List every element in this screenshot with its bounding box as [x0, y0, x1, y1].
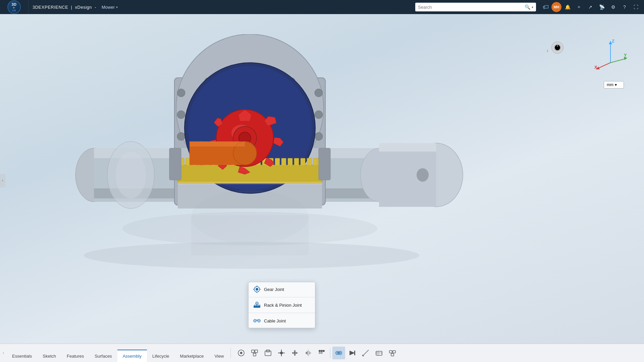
unit-dropdown-arrow: ▾	[615, 82, 617, 87]
search-button[interactable]: 🔍	[525, 4, 530, 10]
svg-point-18	[315, 89, 323, 97]
svg-rect-58	[190, 141, 245, 146]
svg-point-11	[116, 152, 146, 198]
add-icon[interactable]: ＋	[574, 2, 584, 12]
svg-rect-132	[391, 354, 394, 356]
svg-rect-59	[169, 148, 181, 180]
svg-point-96	[240, 352, 242, 354]
project-name: Mower	[102, 5, 115, 10]
svg-rect-130	[389, 351, 392, 353]
cable-joint-icon	[253, 317, 261, 324]
svg-rect-8	[379, 143, 436, 152]
svg-point-93	[255, 320, 256, 321]
tab-essentials[interactable]: Essentials	[7, 350, 37, 362]
tab-lifecycle[interactable]: Lifecycle	[147, 350, 175, 362]
compass-logo[interactable]: 3D ▶ V,R	[7, 0, 21, 14]
broadcast-icon[interactable]: 📡	[596, 2, 607, 12]
svg-point-115	[319, 350, 321, 352]
project-title[interactable]: Mower ▾	[102, 5, 118, 10]
project-dropdown-arrow[interactable]: ▾	[116, 5, 118, 9]
svg-rect-42	[275, 158, 280, 166]
svg-point-20	[315, 132, 323, 140]
svg-point-9	[417, 168, 429, 182]
toolbar-scroll-left[interactable]: ‹	[0, 344, 7, 362]
svg-text:Z: Z	[612, 39, 614, 44]
svg-rect-26	[178, 165, 322, 183]
svg-rect-47	[307, 158, 312, 166]
tab-features[interactable]: Features	[61, 350, 89, 362]
unit-label: mm	[607, 82, 613, 87]
fullscreen-icon[interactable]: ⛶	[631, 2, 641, 12]
rack-pinion-icon	[253, 301, 261, 309]
3d-viewport[interactable]: › ‹ Z X Y mm ▾	[0, 14, 644, 347]
toolbar-tabs: Essentials Sketch Features Surfaces Asse…	[7, 344, 229, 362]
svg-text:Y: Y	[624, 53, 627, 58]
pattern-btn[interactable]	[315, 347, 328, 359]
svg-marker-110	[294, 354, 296, 356]
assembly-structure-btn[interactable]	[248, 347, 261, 359]
svg-rect-88	[259, 305, 260, 306]
svg-rect-85	[254, 305, 255, 306]
tab-marketplace[interactable]: Marketplace	[175, 350, 209, 362]
measure-btn[interactable]	[359, 347, 372, 359]
help-icon[interactable]: ?	[619, 2, 630, 12]
tag-icon[interactable]: 🏷	[543, 4, 549, 11]
svg-text:X: X	[594, 65, 597, 69]
tab-view[interactable]: View	[209, 350, 229, 362]
search-dropdown-arrow[interactable]: ▾	[532, 5, 533, 9]
explode-btn[interactable]	[275, 347, 288, 359]
rack-pinion-menu-item[interactable]: Rack & Pinion Joint	[249, 298, 315, 312]
user-avatar[interactable]: MH	[551, 2, 561, 12]
svg-rect-60	[319, 148, 330, 180]
menu-divider-2	[249, 313, 315, 313]
svg-rect-45	[294, 158, 299, 166]
section-btn[interactable]	[373, 347, 385, 359]
joint-btn[interactable]	[332, 347, 345, 359]
svg-rect-87	[258, 305, 259, 306]
share-icon[interactable]: ↗	[585, 2, 596, 12]
header-actions: MH 🔔 ＋ ↗ 📡 ⚙ ? ⛶	[551, 2, 644, 12]
search-bar[interactable]: 🔍 ▾	[415, 3, 536, 11]
animate-btn[interactable]	[346, 347, 359, 359]
svg-point-119	[321, 352, 323, 354]
brand-label: 3DEXPERIENCE | xDesign -	[29, 5, 102, 10]
nav-prev-arrow[interactable]: ‹	[547, 48, 548, 54]
app-logo[interactable]: 3D ▶ V,R	[0, 0, 29, 14]
cable-joint-label: Cable Joint	[264, 318, 286, 323]
sidebar-toggle[interactable]: ›	[0, 174, 5, 187]
svg-rect-99	[253, 353, 256, 356]
move-component-btn[interactable]	[288, 347, 301, 359]
search-input[interactable]	[418, 5, 525, 10]
gear-joint-menu-item[interactable]: Gear Joint	[249, 282, 315, 296]
svg-rect-128	[376, 351, 382, 355]
unit-dropdown[interactable]: mm ▾	[604, 81, 624, 88]
svg-rect-131	[393, 351, 395, 353]
tab-surfaces[interactable]: Surfaces	[89, 350, 117, 362]
svg-line-125	[363, 350, 369, 356]
gear-joint-icon	[253, 286, 261, 293]
svg-point-78	[256, 288, 258, 291]
notifications-icon[interactable]: 🔔	[562, 2, 573, 12]
context-menu: Gear Joint Rack & Pinion Joint	[248, 282, 315, 328]
menu-divider-1	[249, 297, 315, 297]
svg-rect-98	[255, 350, 258, 353]
svg-point-15	[177, 89, 185, 97]
bottom-toolbar: ‹ Essentials Sketch Features Surfaces As…	[0, 344, 644, 362]
cable-joint-menu-item[interactable]: Cable Joint	[249, 314, 315, 328]
svg-marker-109	[294, 350, 296, 352]
settings-icon[interactable]: ⚙	[608, 2, 619, 12]
component-btn[interactable]	[262, 347, 274, 359]
constraint-icon-btn[interactable]	[235, 347, 248, 359]
svg-point-17	[177, 132, 185, 140]
mirror-btn[interactable]	[302, 347, 315, 359]
tab-sketch[interactable]: Sketch	[37, 350, 61, 362]
rack-pinion-label: Rack & Pinion Joint	[264, 303, 302, 308]
view-compass[interactable]	[551, 42, 564, 54]
tab-assembly[interactable]: Assembly	[117, 350, 147, 362]
svg-point-16	[177, 111, 185, 119]
gear-assembly-svg	[34, 34, 470, 269]
group-btn[interactable]	[386, 347, 399, 359]
toolbar-divider-2	[330, 348, 330, 358]
header-bar: 3D ▶ V,R 3DEXPERIENCE | xDesign - Mower …	[0, 0, 644, 14]
svg-line-71	[597, 63, 610, 69]
